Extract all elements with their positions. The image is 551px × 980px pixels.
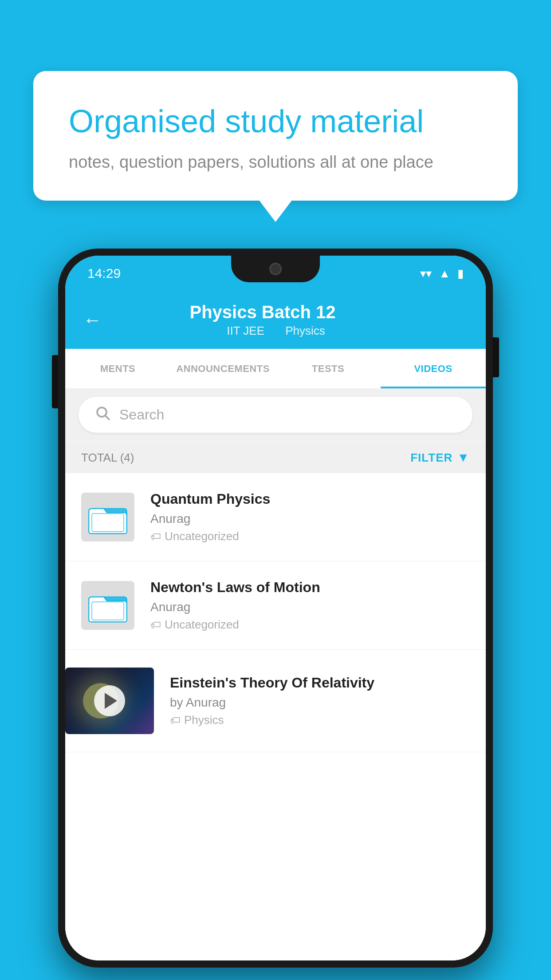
filter-bar: TOTAL (4) FILTER ▼ xyxy=(65,442,486,473)
tab-tests[interactable]: TESTS xyxy=(276,349,381,388)
app-header: ← Physics Batch 12 IIT JEE Physics xyxy=(65,291,486,349)
search-bar-container: Search xyxy=(65,389,486,441)
wifi-icon: ▾▾ xyxy=(420,267,432,281)
item-title-3: Einstein's Theory Of Relativity xyxy=(170,675,470,691)
item-title-2: Newton's Laws of Motion xyxy=(150,579,470,596)
item-tag-1: 🏷 Uncategorized xyxy=(150,530,470,543)
play-triangle-icon xyxy=(105,693,117,709)
camera-sensor xyxy=(269,263,282,275)
svg-line-1 xyxy=(106,416,109,419)
header-subtitle: IIT JEE Physics xyxy=(110,324,441,338)
search-input-wrapper[interactable]: Search xyxy=(79,397,472,433)
speech-bubble-card: Organised study material notes, question… xyxy=(33,71,518,201)
tab-videos[interactable]: VIDEOS xyxy=(381,349,486,388)
phone-screen: 14:29 ▾▾ ▲ ▮ ← Physics Batch 12 IIT JEE … xyxy=(65,256,486,960)
list-item[interactable]: Einstein's Theory Of Relativity by Anura… xyxy=(65,650,486,752)
total-count-label: TOTAL (4) xyxy=(81,451,134,465)
filter-label: FILTER xyxy=(410,451,453,465)
svg-rect-7 xyxy=(92,602,124,620)
tab-ments[interactable]: MENTS xyxy=(65,349,170,388)
video-list: Quantum Physics Anurag 🏷 Uncategorized xyxy=(65,473,486,960)
search-placeholder: Search xyxy=(119,407,164,423)
subtitle-physics: Physics xyxy=(285,324,325,337)
tag-icon-3: 🏷 xyxy=(170,714,181,727)
tag-icon-2: 🏷 xyxy=(150,619,161,631)
item-author-2: Anurag xyxy=(150,600,470,614)
status-time: 14:29 xyxy=(87,266,121,281)
item-info-3: Einstein's Theory Of Relativity by Anura… xyxy=(170,675,470,727)
tab-bar: MENTS ANNOUNCEMENTS TESTS VIDEOS xyxy=(65,349,486,389)
back-button[interactable]: ← xyxy=(83,309,102,331)
filter-button[interactable]: FILTER ▼ xyxy=(410,450,470,465)
item-title-1: Quantum Physics xyxy=(150,491,470,507)
phone-device: 14:29 ▾▾ ▲ ▮ ← Physics Batch 12 IIT JEE … xyxy=(58,249,493,968)
item-tag-3: 🏷 Physics xyxy=(170,713,470,727)
subtitle-iit: IIT JEE xyxy=(227,324,264,337)
item-info-1: Quantum Physics Anurag 🏷 Uncategorized xyxy=(150,491,470,543)
header-title: Physics Batch 12 xyxy=(110,302,415,322)
item-info-2: Newton's Laws of Motion Anurag 🏷 Uncateg… xyxy=(150,579,470,632)
play-button[interactable] xyxy=(94,685,125,716)
item-thumbnail-1 xyxy=(81,493,134,541)
list-item[interactable]: Newton's Laws of Motion Anurag 🏷 Uncateg… xyxy=(65,561,486,650)
svg-rect-4 xyxy=(92,514,124,532)
signal-icon: ▲ xyxy=(439,267,450,281)
bubble-subtext: notes, question papers, solutions all at… xyxy=(69,153,482,172)
list-item[interactable]: Quantum Physics Anurag 🏷 Uncategorized xyxy=(65,473,486,561)
tab-announcements[interactable]: ANNOUNCEMENTS xyxy=(170,349,276,388)
phone-notch xyxy=(231,256,320,282)
item-author-1: Anurag xyxy=(150,512,470,526)
search-icon xyxy=(94,405,110,425)
item-thumbnail-3 xyxy=(65,668,154,734)
header-row: ← Physics Batch 12 IIT JEE Physics xyxy=(65,302,486,338)
item-thumbnail-2 xyxy=(81,581,134,630)
filter-funnel-icon: ▼ xyxy=(457,450,470,465)
status-icons: ▾▾ ▲ ▮ xyxy=(420,267,464,281)
tag-icon-1: 🏷 xyxy=(150,530,161,543)
item-author-3: by Anurag xyxy=(170,695,470,710)
battery-icon: ▮ xyxy=(457,267,464,281)
bubble-heading: Organised study material xyxy=(69,102,482,140)
item-tag-2: 🏷 Uncategorized xyxy=(150,618,470,632)
